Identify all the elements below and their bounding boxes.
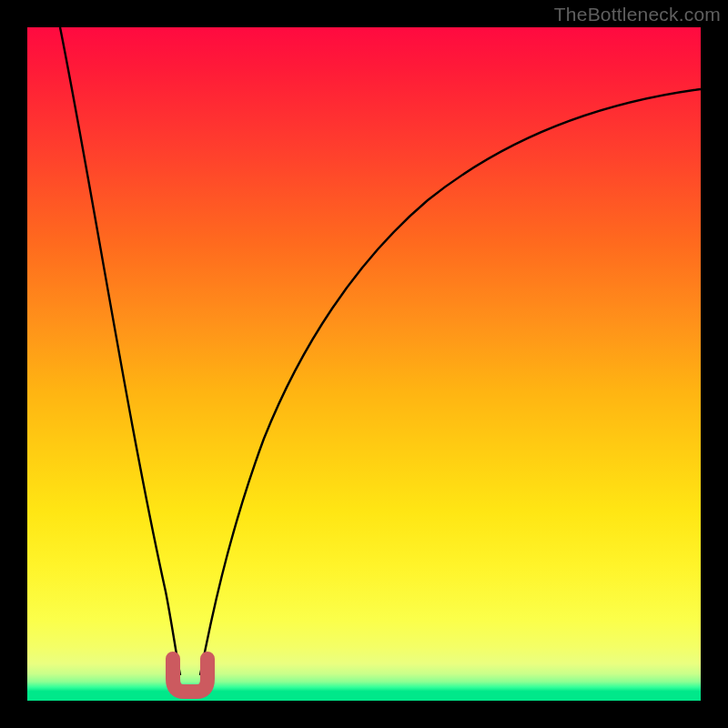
curve-left-branch: [60, 27, 180, 675]
curve-right-branch: [200, 89, 701, 675]
curve-layer: [27, 27, 701, 701]
optimal-marker: [173, 659, 207, 692]
chart-frame: TheBottleneck.com: [0, 0, 728, 728]
watermark-text: TheBottleneck.com: [554, 4, 721, 25]
plot-area: [27, 27, 701, 701]
